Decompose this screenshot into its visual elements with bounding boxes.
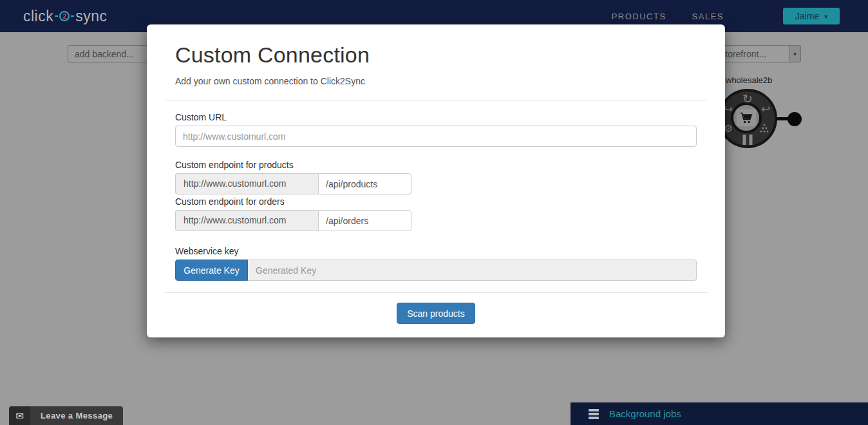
custom-url-input[interactable]: [175, 126, 697, 147]
endpoint-products-input[interactable]: [318, 173, 411, 194]
jobs-stack-icon: [589, 409, 599, 419]
logo-text-click: click: [23, 8, 53, 25]
webservice-key-group: Generate Key: [175, 260, 697, 281]
user-menu-button[interactable]: Jaime ▾: [783, 8, 840, 24]
scan-products-button[interactable]: Scan products: [397, 303, 475, 324]
nav-link-products[interactable]: PRODUCTS: [612, 12, 666, 21]
endpoint-orders-label: Custom endpoint for orders: [175, 196, 697, 207]
modal-title: Custom Connection: [175, 42, 697, 68]
custom-connection-modal: Custom Connection Add your own custom co…: [147, 24, 725, 337]
leave-a-message-button[interactable]: ✉ Leave a Message: [9, 406, 123, 425]
navbar-menu: PRODUCTS SALES Jaime ▾: [612, 8, 868, 24]
endpoint-orders-group: http://www.customurl.com: [175, 210, 697, 231]
modal-header: Custom Connection Add your own custom co…: [165, 24, 707, 101]
modal-subtitle: Add your own custom connection to Click2…: [175, 76, 697, 86]
modal-footer: Scan products: [147, 293, 725, 324]
nav-link-sales[interactable]: SALES: [692, 12, 724, 21]
custom-url-label: Custom URL: [175, 112, 697, 122]
logo-dash-right: [71, 15, 74, 17]
logo-dash-left: [55, 15, 58, 17]
webservice-key-label: Webservice key: [175, 246, 697, 256]
app-logo[interactable]: click 2 sync: [23, 8, 108, 25]
generate-key-button[interactable]: Generate Key: [175, 260, 248, 281]
endpoint-orders-input[interactable]: [318, 210, 411, 231]
endpoint-products-group: http://www.customurl.com: [175, 173, 697, 194]
endpoint-products-prefix: http://www.customurl.com: [175, 173, 318, 194]
endpoint-products-label: Custom endpoint for products: [175, 160, 697, 170]
caret-down-icon: ▾: [824, 13, 827, 20]
endpoint-orders-prefix: http://www.customurl.com: [175, 210, 318, 231]
logo-text-sync: sync: [75, 8, 107, 25]
user-name: Jaime: [795, 11, 819, 21]
logo-number: 2: [62, 13, 66, 20]
jobs-label: Background jobs: [609, 408, 681, 419]
generated-key-input[interactable]: [248, 260, 697, 281]
modal-body: Custom URL Custom endpoint for products …: [165, 101, 707, 281]
background-jobs-bar[interactable]: Background jobs: [571, 402, 868, 425]
envelope-icon: ✉: [9, 406, 30, 425]
chat-label: Leave a Message: [30, 406, 123, 425]
logo-circle-icon: 2: [59, 11, 70, 21]
